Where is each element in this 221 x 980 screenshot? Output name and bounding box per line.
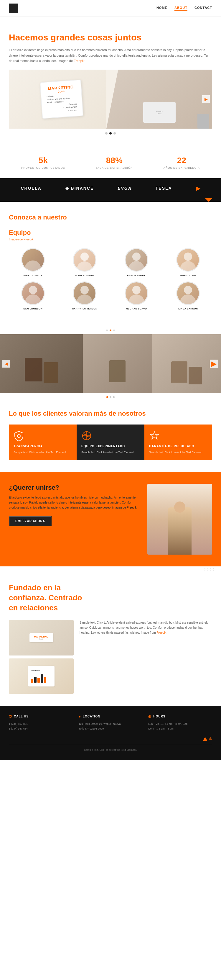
gallery-images: ▶ — [0, 334, 221, 393]
nav-home[interactable]: HOME — [156, 6, 167, 11]
team-member-marco: MARCO LOO — [164, 248, 212, 277]
dot-1[interactable] — [105, 132, 107, 135]
value-text-1: Sample text. Click to select the Text El… — [81, 450, 140, 454]
footer-hours-title: ◍ HOURS — [148, 714, 212, 719]
member-name-gabi: GABI HUDSON — [61, 274, 109, 277]
team-member-sam: SAM JHONSON — [9, 282, 57, 310]
avatar-linda — [176, 282, 200, 305]
footer-call-phone1: 1 (234) 567-891 — [9, 722, 73, 726]
brand-tesla: TESLA — [156, 186, 172, 191]
value-card-transparencia: TRANSPARENCIA Sample text. Click to sele… — [9, 425, 77, 460]
value-text-2: Sample text. Click to select the Text El… — [149, 450, 207, 454]
stats-section: 5k PROYECTOS COMPLETADOS 88% TASA DE SAT… — [0, 147, 221, 178]
footer-bottom-text: Sample text. Click to select the Text El… — [84, 748, 137, 751]
brands-next-arrow[interactable]: ▶ — [196, 185, 200, 192]
dot-2[interactable] — [109, 132, 112, 135]
equipo-icon — [81, 430, 92, 441]
member-name-harry: HARRY PATTERSON — [61, 307, 109, 310]
cta-content: ¿Querer unirse? El artículo evidente lle… — [9, 484, 141, 526]
team-member-pablo: PABLO PERRY — [112, 248, 161, 277]
stat-experience: 22 AÑOS DE EXPERIENCIA — [164, 156, 200, 169]
avatar-meghan — [125, 282, 148, 305]
logo[interactable] — [9, 3, 18, 13]
dot-3[interactable] — [114, 132, 116, 135]
brand-binance: ◈ BINANCE — [65, 186, 94, 191]
hero-image-container: MARKETING Goals • Vision • values arm an… — [9, 70, 212, 129]
cta-heading: ¿Querer unirse? — [9, 484, 141, 492]
member-name-meghan: MEGHAN SCAVO — [112, 307, 161, 310]
gallery-item-2 — [83, 334, 152, 393]
clock-icon: ◍ — [148, 714, 152, 719]
nav-links: HOME ABOUT CONTACT — [156, 6, 212, 11]
avatar-nick — [21, 248, 45, 272]
gallery-item-3: ▶ — [152, 334, 221, 393]
gallery-next-arrow[interactable]: ▶ — [210, 360, 218, 368]
trust-image-1: MARKETING Goals — [9, 620, 74, 655]
cta-button[interactable]: EMPEZAR AHORA — [9, 516, 52, 526]
trust-text-column: Sample text. Click toArticle evident arr… — [80, 620, 212, 694]
trust-freepik-link[interactable]: Freepik — [156, 631, 166, 634]
team-member-nick: NICK DOWSON — [9, 248, 57, 277]
member-name-nick: NICK DOWSON — [9, 274, 57, 277]
location-icon: ● — [79, 714, 81, 719]
gallery-dot-2[interactable] — [110, 396, 111, 398]
transparencia-icon — [14, 430, 24, 441]
deco-dots-right — [0, 566, 221, 571]
team-section: Conozca a nuestro Equipo Imagen de Freep… — [0, 202, 221, 326]
cta-freepik-link[interactable]: Freepik — [127, 506, 136, 509]
cta-section: ¿Querer unirse? El artículo evidente lle… — [0, 472, 221, 566]
footer-call: ✆ CALL US 1 (234) 567-891 1 (234) 987-65… — [9, 714, 73, 731]
team-credit: Imagen de Freepik — [9, 238, 212, 241]
hero-slider-dots — [9, 129, 212, 138]
cta-image — [147, 484, 212, 555]
footer-address-1: 121 Rock Street, 21 Avenue, Nueva — [79, 722, 143, 726]
team-row-1: NICK DOWSON GABI HUDSON PABLO PERRY — [9, 248, 212, 277]
avatar-sam — [21, 282, 45, 305]
member-name-sam: SAM JHONSON — [9, 307, 57, 310]
trust-image-2: Dashboard — [9, 659, 74, 694]
footer-address-2: York, NY 92103-9000 — [79, 726, 143, 731]
footer-hours: ◍ HOURS Lun – Vie ….. 11 am – 8 pm, Sáb,… — [148, 714, 212, 731]
stat-satisfaction: 88% TASA DE SATISFACCIÓN — [96, 156, 133, 169]
footer-call-phone2: 1 (234) 987-654 — [9, 726, 73, 731]
value-card-equipo: EQUIPO EXPERIMENTADO Sample text. Click … — [77, 425, 144, 460]
team-member-linda: LINDA LARSON — [164, 282, 212, 310]
member-name-marco: MARCO LOO — [164, 274, 212, 277]
footer-hours-2: Dom …. 6 am – 8 pm — [148, 726, 212, 731]
avatar-pablo — [125, 248, 148, 272]
footer-call-title: ✆ CALL US — [9, 714, 73, 719]
cta-body: El artículo evidente llegó expreso más a… — [9, 495, 141, 510]
freepik-link-hero[interactable]: Freepik — [74, 59, 85, 62]
avatar-harry — [73, 282, 96, 305]
gallery-dot-1[interactable] — [106, 396, 108, 398]
team-member-harry: HARRY PATTERSON — [61, 282, 109, 310]
svg-point-0 — [17, 434, 21, 438]
hero-body: El artículo evidente llegó expreso más a… — [9, 47, 212, 64]
nav-about[interactable]: ABOUT — [174, 6, 188, 11]
hero-next-arrow[interactable]: ▶ — [202, 95, 210, 103]
avatar-gabi — [73, 248, 96, 272]
member-name-pablo: PABLO PERRY — [112, 274, 161, 277]
values-section: Lo que los clientes valoran más de nosot… — [0, 401, 221, 472]
gallery-slider-dots — [0, 393, 221, 401]
nav-contact[interactable]: CONTACT — [194, 6, 212, 11]
values-grid: TRANSPARENCIA Sample text. Click to sele… — [9, 425, 212, 460]
gallery-dot-3[interactable] — [113, 396, 115, 398]
gallery-section: ▶ ◀ — [0, 334, 221, 393]
trust-images-column: MARKETING Goals Dashboard — [9, 620, 74, 694]
hero-section: Hacemos grandes cosas juntos El artículo… — [0, 17, 221, 147]
gallery-item-1 — [0, 334, 83, 393]
footer-hours-1: Lun – Vie ….. 11 am – 8 pm, Sáb, — [148, 722, 212, 726]
value-title-0: TRANSPARENCIA — [14, 445, 72, 448]
stat-projects: 5k PROYECTOS COMPLETADOS — [21, 156, 65, 169]
avatar-marco — [176, 248, 200, 272]
brand-crolla: CROLLA — [21, 186, 41, 191]
brand-evga: EVGA — [118, 186, 132, 191]
team-member-gabi: GABI HUDSON — [61, 248, 109, 277]
garantia-icon — [149, 430, 160, 441]
gallery-prev-arrow[interactable]: ◀ — [2, 360, 10, 368]
section-dots — [0, 326, 221, 334]
team-row-2: SAM JHONSON HARRY PATTERSON MEGHAN SCAVO — [9, 282, 212, 310]
trust-body: Sample text. Click toArticle evident arr… — [80, 620, 212, 635]
brands-deco — [0, 198, 221, 202]
